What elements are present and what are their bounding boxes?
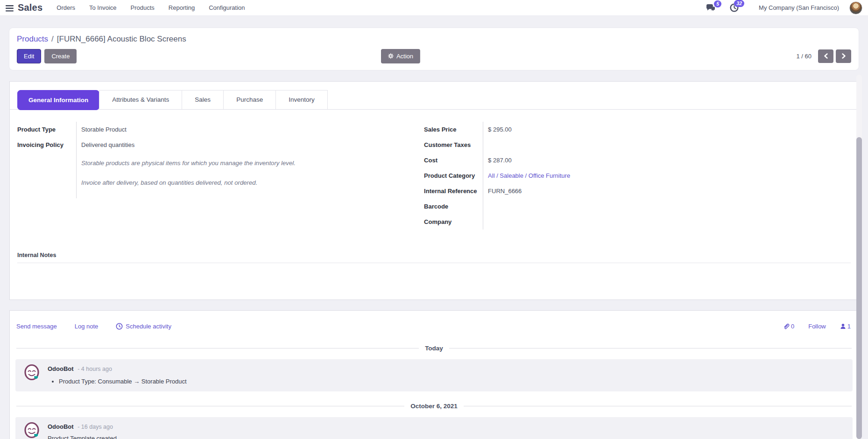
chatter: Send message Log note Schedule activity … <box>9 310 859 439</box>
pager-next-button[interactable] <box>836 49 851 63</box>
message-timestamp: - 16 days ago <box>78 424 113 430</box>
pager-previous-button[interactable] <box>818 49 833 63</box>
message-content: OdooBot - 4 hours ago Product Type: Cons… <box>48 364 187 385</box>
action-button-label: Action <box>396 53 413 60</box>
message-timestamp: - 4 hours ago <box>78 366 112 372</box>
product-type-help-text: Storable products are physical items for… <box>81 159 424 167</box>
field-customer-taxes-value <box>483 137 851 153</box>
control-panel: Products/[FURN_6666] Acoustic Bloc Scree… <box>9 28 859 70</box>
message-body: Product Type: Consumable → Storable Prod… <box>59 377 187 385</box>
schedule-activity-button[interactable]: Schedule activity <box>116 323 171 330</box>
form-group-right: Sales Price $ 295.00 Customer Taxes Cost… <box>424 122 851 230</box>
edit-button[interactable]: Edit <box>17 49 41 63</box>
chatter-toolbar: Send message Log note Schedule activity … <box>10 311 858 334</box>
menu-item-to-invoice[interactable]: To Invoice <box>89 4 117 11</box>
message-header: OdooBot - 4 hours ago <box>48 364 187 373</box>
paperclip-icon <box>783 323 790 330</box>
schedule-activity-label: Schedule activity <box>126 323 171 330</box>
followers-button[interactable]: 1 <box>840 323 851 330</box>
field-invoicing-policy-label: Invoicing Policy <box>17 137 76 153</box>
menu-item-products[interactable]: Products <box>131 4 155 11</box>
field-product-category-label: Product Category <box>424 168 483 183</box>
field-product-category-value: All / Saleable / Office Furniture <box>483 168 851 183</box>
divider-line <box>464 406 852 406</box>
date-divider-october: October 6, 2021 <box>16 403 852 410</box>
field-customer-taxes-label: Customer Taxes <box>424 137 483 153</box>
field-sales-price-label: Sales Price <box>424 122 483 137</box>
chevron-right-icon <box>841 53 846 59</box>
navbar-right: 5 32 My Company (San Francisco) <box>699 1 862 14</box>
field-sales-price-value: $ 295.00 <box>483 122 851 137</box>
activities-icon[interactable]: 32 <box>730 3 739 12</box>
person-icon <box>840 323 846 329</box>
log-note-button[interactable]: Log note <box>75 323 99 330</box>
form-sheet: General Information Attributes & Variant… <box>9 81 859 300</box>
odoobot-avatar <box>23 364 41 382</box>
activities-badge: 32 <box>734 0 744 7</box>
breadcrumb-separator: / <box>51 35 54 43</box>
message-author[interactable]: OdooBot <box>48 365 74 372</box>
date-divider-label: Today <box>419 345 449 352</box>
field-cost-value: $ 287.00 <box>483 153 851 168</box>
menu-item-reporting[interactable]: Reporting <box>169 4 195 11</box>
vertical-scrollbar-track[interactable] <box>856 75 862 439</box>
tracking-change-item: Product Type: Consumable → Storable Prod… <box>59 377 187 385</box>
pager: 1 / 60 <box>796 49 851 63</box>
tab-general-information[interactable]: General Information <box>17 90 99 110</box>
date-divider-today: Today <box>16 345 852 352</box>
followers-count: 1 <box>847 323 851 330</box>
menu-item-configuration[interactable]: Configuration <box>209 4 245 11</box>
message-author[interactable]: OdooBot <box>48 423 74 430</box>
field-product-type-value: Storable Product <box>76 122 424 137</box>
tab-sales[interactable]: Sales <box>182 90 224 109</box>
field-invoicing-policy-value: Delivered quantities <box>76 137 424 153</box>
field-help-texts: Storable products are physical items for… <box>76 153 424 198</box>
form-group-left: Product Type Storable Product Invoicing … <box>17 122 424 230</box>
field-internal-reference-label: Internal Reference <box>424 183 483 199</box>
pager-value[interactable]: 1 / 60 <box>796 53 812 60</box>
field-company-label: Company <box>424 214 483 230</box>
internal-notes-title: Internal Notes <box>17 252 851 258</box>
tab-purchase[interactable]: Purchase <box>223 90 276 109</box>
general-information-panel: Product Type Storable Product Invoicing … <box>10 110 858 230</box>
send-message-button[interactable]: Send message <box>16 323 57 330</box>
divider-line <box>449 348 852 348</box>
tab-attributes-variants[interactable]: Attributes & Variants <box>99 90 182 109</box>
product-category-link[interactable]: All / Saleable / Office Furniture <box>488 172 570 179</box>
date-divider-label: October 6, 2021 <box>404 403 464 410</box>
follow-button[interactable]: Follow <box>808 323 826 330</box>
menu-item-orders[interactable]: Orders <box>56 4 75 11</box>
action-button[interactable]: Action <box>381 49 420 63</box>
internal-notes-empty-area[interactable] <box>17 263 851 300</box>
tab-inventory[interactable]: Inventory <box>275 90 328 109</box>
company-switcher[interactable]: My Company (San Francisco) <box>759 4 839 11</box>
app-name[interactable]: Sales <box>18 2 42 13</box>
odoobot-avatar <box>23 422 41 439</box>
messages-icon[interactable]: 5 <box>706 4 716 12</box>
message-content: OdooBot - 16 days ago Product Template c… <box>48 422 117 439</box>
main-menu: Orders To Invoice Products Reporting Con… <box>56 4 245 11</box>
field-company-value <box>483 214 851 230</box>
chatter-message-today: OdooBot - 4 hours ago Product Type: Cons… <box>15 359 853 391</box>
messages-badge: 5 <box>714 0 721 7</box>
breadcrumb: Products/[FURN_6666] Acoustic Bloc Scree… <box>17 34 851 44</box>
gear-icon <box>388 53 394 59</box>
field-barcode-label: Barcode <box>424 199 483 214</box>
user-avatar[interactable] <box>849 1 862 14</box>
breadcrumb-products-link[interactable]: Products <box>17 35 48 43</box>
vertical-scrollbar-thumb[interactable] <box>856 137 862 439</box>
chevron-left-icon <box>824 53 828 59</box>
navbar-left: Sales Orders To Invoice Products Reporti… <box>4 2 245 13</box>
breadcrumb-current: [FURN_6666] Acoustic Bloc Screens <box>57 35 186 43</box>
invoicing-policy-help-text: Invoice after delivery, based on quantit… <box>81 179 424 187</box>
create-button[interactable]: Create <box>44 49 77 63</box>
internal-notes-section: Internal Notes <box>17 252 851 300</box>
apps-menu-icon[interactable] <box>4 4 18 12</box>
chatter-message-october: OdooBot - 16 days ago Product Template c… <box>15 417 853 439</box>
clock-outline-icon <box>116 323 123 330</box>
attachments-button[interactable]: 0 <box>783 323 794 330</box>
field-cost-label: Cost <box>424 153 483 168</box>
attachments-count: 0 <box>791 323 794 330</box>
field-barcode-value <box>483 199 851 214</box>
message-body: Product Template created <box>48 434 117 439</box>
